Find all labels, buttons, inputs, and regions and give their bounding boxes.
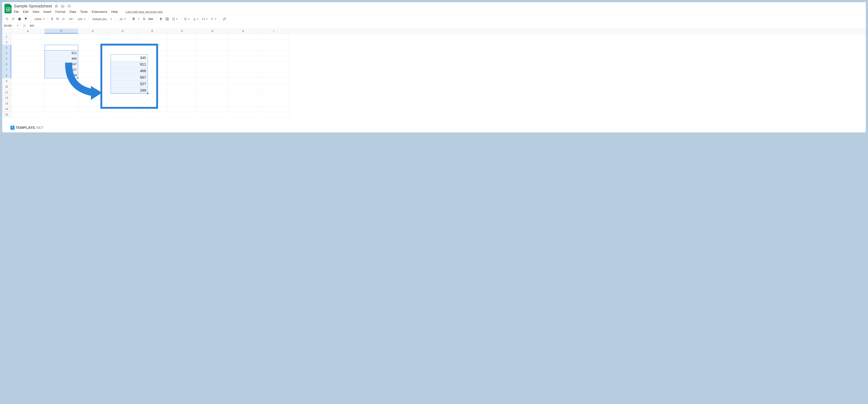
- row-header-8[interactable]: 8: [2, 73, 11, 78]
- cell-F14[interactable]: [167, 106, 197, 112]
- cell-B10[interactable]: [44, 84, 78, 89]
- cell-H4[interactable]: [228, 51, 258, 56]
- cell-F5[interactable]: [167, 56, 197, 62]
- cell-B8[interactable]: 299: [44, 73, 78, 78]
- cell-H6[interactable]: [228, 62, 258, 67]
- cell-A12[interactable]: [11, 95, 44, 101]
- cell-B1[interactable]: [44, 34, 78, 39]
- bold-button[interactable]: B: [131, 17, 136, 21]
- cell-B2[interactable]: [44, 39, 78, 45]
- formula-value[interactable]: 345: [28, 24, 35, 27]
- menu-edit[interactable]: Edit: [23, 10, 28, 14]
- cell-A1[interactable]: [11, 34, 44, 39]
- rotate-button[interactable]: ▼: [210, 17, 218, 21]
- col-header-D[interactable]: D: [108, 29, 137, 33]
- cell-C15[interactable]: [78, 112, 108, 117]
- cell-G14[interactable]: [197, 106, 228, 112]
- cell-H11[interactable]: [228, 89, 258, 95]
- link-icon[interactable]: [222, 17, 227, 21]
- row-header-1[interactable]: 1: [2, 34, 11, 39]
- cell-H2[interactable]: [228, 39, 258, 45]
- cell-G11[interactable]: [197, 89, 228, 95]
- col-header-C[interactable]: C: [78, 29, 108, 33]
- cell-B4[interactable]: 911: [44, 51, 78, 56]
- menu-file[interactable]: File: [14, 10, 19, 14]
- cell-G8[interactable]: [197, 73, 228, 78]
- cell-G4[interactable]: [197, 51, 228, 56]
- cell-F1[interactable]: [167, 34, 197, 39]
- cell-I14[interactable]: [258, 106, 289, 112]
- col-header-H[interactable]: H: [228, 29, 258, 33]
- cell-G13[interactable]: [197, 101, 228, 106]
- cell-D1[interactable]: [108, 34, 137, 39]
- cell-A15[interactable]: [11, 112, 44, 117]
- col-header-I[interactable]: I: [258, 29, 289, 33]
- font-dropdown[interactable]: Default (Ari...▼: [91, 17, 113, 21]
- cell-H13[interactable]: [228, 101, 258, 106]
- cell-H7[interactable]: [228, 67, 258, 73]
- move-icon[interactable]: [61, 4, 64, 8]
- row-header-11[interactable]: 11: [2, 89, 11, 95]
- menu-data[interactable]: Data: [69, 10, 76, 14]
- cell-G7[interactable]: [197, 67, 228, 73]
- menu-help[interactable]: Help: [111, 10, 118, 14]
- cell-F11[interactable]: [167, 89, 197, 95]
- cell-I6[interactable]: [258, 62, 289, 67]
- cell-A14[interactable]: [11, 106, 44, 112]
- cells[interactable]: 345911466567527299 345911466567527299: [11, 34, 866, 117]
- percent-button[interactable]: %: [55, 17, 60, 21]
- dec-less-button[interactable]: .0: [61, 17, 67, 21]
- cell-D15[interactable]: [108, 112, 137, 117]
- cell-H10[interactable]: [228, 84, 258, 89]
- cell-I10[interactable]: [258, 84, 289, 89]
- menu-view[interactable]: View: [33, 10, 39, 14]
- dec-more-button[interactable]: .00: [67, 17, 75, 21]
- italic-button[interactable]: I: [137, 17, 141, 21]
- row-header-13[interactable]: 13: [2, 101, 11, 106]
- cell-G1[interactable]: [197, 34, 228, 39]
- namebox[interactable]: B3:B8 ▼: [2, 23, 21, 28]
- cell-I9[interactable]: [258, 78, 289, 84]
- cell-I8[interactable]: [258, 73, 289, 78]
- cell-I7[interactable]: [258, 67, 289, 73]
- cell-A8[interactable]: [11, 73, 44, 78]
- doc-title[interactable]: Sample Spreadsheet: [14, 4, 52, 8]
- cell-B3[interactable]: 345: [44, 45, 78, 51]
- cell-G6[interactable]: [197, 62, 228, 67]
- cell-H14[interactable]: [228, 106, 258, 112]
- fill-color-button[interactable]: [158, 17, 164, 21]
- menu-insert[interactable]: Insert: [43, 10, 51, 14]
- menu-tools[interactable]: Tools: [80, 10, 88, 14]
- cell-I12[interactable]: [258, 95, 289, 101]
- star-icon[interactable]: [55, 4, 58, 8]
- currency-button[interactable]: $: [50, 17, 54, 21]
- chevron-down-icon[interactable]: ▼: [17, 25, 19, 27]
- cell-I5[interactable]: [258, 56, 289, 62]
- cell-B7[interactable]: 527: [44, 67, 78, 73]
- row-header-9[interactable]: 9: [2, 78, 11, 84]
- row-header-14[interactable]: 14: [2, 106, 11, 112]
- cell-B6[interactable]: 567: [44, 62, 78, 67]
- cell-G3[interactable]: [197, 45, 228, 51]
- cell-F12[interactable]: [167, 95, 197, 101]
- cell-A3[interactable]: [11, 45, 44, 51]
- cell-G12[interactable]: [197, 95, 228, 101]
- menu-extensions[interactable]: Extensions: [92, 10, 107, 14]
- cell-F15[interactable]: [167, 112, 197, 117]
- cell-H9[interactable]: [228, 78, 258, 84]
- cell-A9[interactable]: [11, 78, 44, 84]
- row-header-4[interactable]: 4: [2, 51, 11, 56]
- cell-B15[interactable]: [44, 112, 78, 117]
- col-header-E[interactable]: E: [137, 29, 167, 33]
- cell-I11[interactable]: [258, 89, 289, 95]
- text-color-button[interactable]: A: [147, 17, 154, 21]
- cell-A7[interactable]: [11, 67, 44, 73]
- cell-C1[interactable]: [78, 34, 108, 39]
- cell-A5[interactable]: [11, 56, 44, 62]
- cell-B5[interactable]: 466: [44, 56, 78, 62]
- cell-A13[interactable]: [11, 101, 44, 106]
- cell-A6[interactable]: [11, 62, 44, 67]
- cell-F9[interactable]: [167, 78, 197, 84]
- cell-H5[interactable]: [228, 56, 258, 62]
- cell-G10[interactable]: [197, 84, 228, 89]
